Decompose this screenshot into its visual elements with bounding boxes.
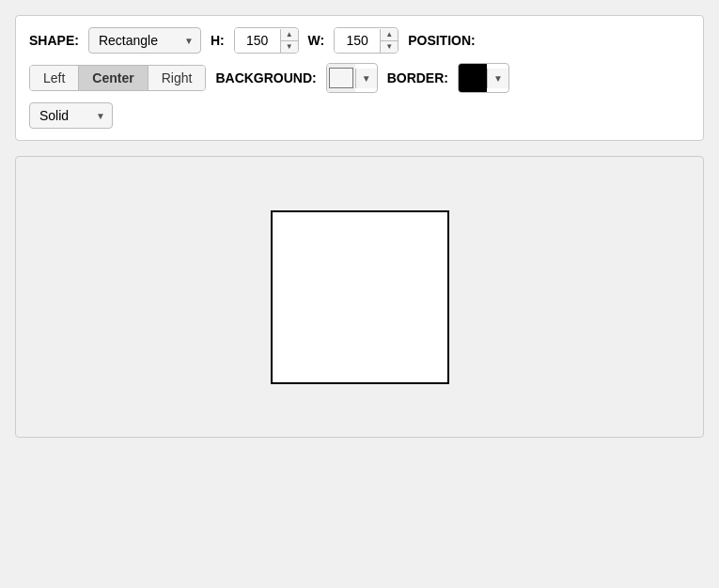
background-color-dropdown-button[interactable]: ▼	[355, 69, 377, 88]
shape-select-wrapper: Rectangle Circle Triangle Line ▼	[88, 27, 201, 54]
shape-label: SHAPE:	[29, 33, 79, 48]
align-group: Left Center Right	[29, 65, 206, 91]
w-label: W:	[308, 33, 325, 48]
align-center-button[interactable]: Center	[79, 66, 148, 90]
h-input[interactable]	[235, 28, 280, 53]
border-color-swatch[interactable]	[459, 64, 487, 92]
toolbar-row-1: SHAPE: Rectangle Circle Triangle Line ▼ …	[29, 27, 690, 54]
h-spinner: ▲ ▼	[280, 29, 298, 53]
align-left-button[interactable]: Left	[30, 66, 79, 90]
position-label: POSITION:	[408, 33, 476, 48]
toolbar-row-2: Left Center Right BACKGROUND: ▼ BORDER: …	[29, 63, 690, 93]
shape-select[interactable]: Rectangle Circle Triangle Line	[88, 27, 201, 54]
border-style-select[interactable]: Solid Dashed Dotted None	[29, 102, 113, 129]
toolbar-row-3: Solid Dashed Dotted None ▼	[29, 102, 690, 129]
border-style-wrapper: Solid Dashed Dotted None ▼	[29, 102, 113, 129]
toolbar-panel: SHAPE: Rectangle Circle Triangle Line ▼ …	[15, 15, 704, 141]
w-spinner: ▲ ▼	[380, 29, 398, 53]
background-label: BACKGROUND:	[215, 70, 316, 85]
w-input[interactable]	[335, 28, 380, 53]
shape-rectangle[interactable]	[271, 210, 449, 384]
h-spinner-up[interactable]: ▲	[281, 29, 298, 41]
border-label: BORDER:	[387, 70, 448, 85]
h-label: H:	[211, 33, 225, 48]
background-color-wrapper: ▼	[326, 63, 378, 93]
w-input-wrapper: ▲ ▼	[334, 27, 399, 54]
w-spinner-down[interactable]: ▼	[381, 41, 398, 53]
border-color-dropdown-button[interactable]: ▼	[487, 69, 508, 88]
border-color-wrapper: ▼	[458, 63, 509, 93]
align-right-button[interactable]: Right	[148, 66, 206, 90]
background-color-swatch[interactable]	[327, 64, 355, 92]
h-input-wrapper: ▲ ▼	[234, 27, 299, 54]
canvas-area	[15, 156, 704, 438]
h-spinner-down[interactable]: ▼	[281, 41, 298, 53]
w-spinner-up[interactable]: ▲	[381, 29, 398, 41]
